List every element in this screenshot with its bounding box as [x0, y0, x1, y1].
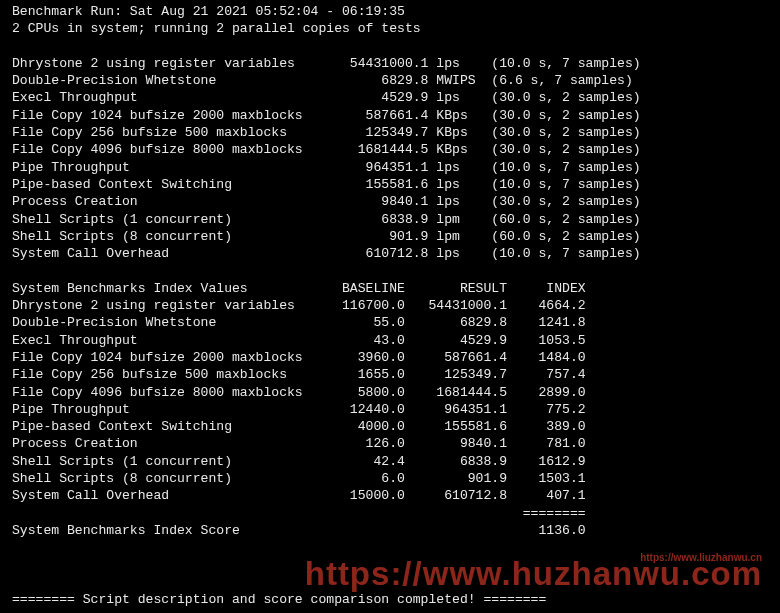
terminal-output: Benchmark Run: Sat Aug 21 2021 05:52:04 … — [0, 0, 780, 608]
